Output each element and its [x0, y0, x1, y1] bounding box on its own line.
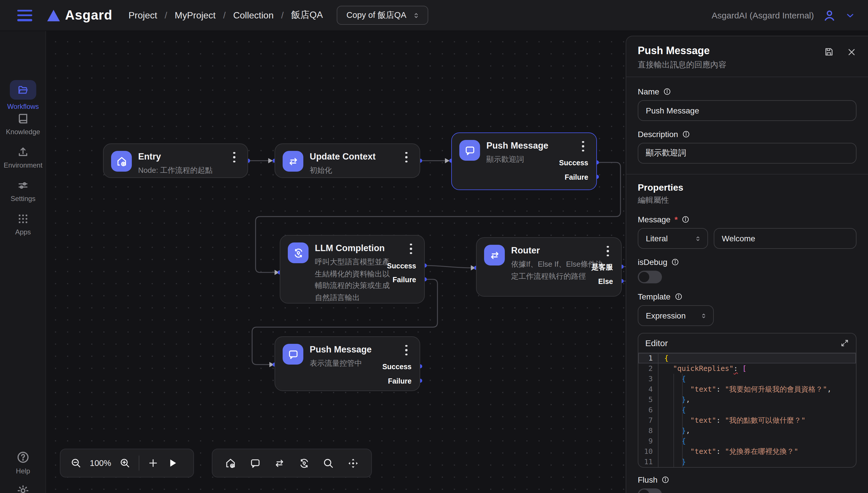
node-subtitle: Node: 工作流程的起點 [138, 165, 213, 176]
port-success[interactable]: Success [382, 363, 411, 371]
palette-fit-view-icon[interactable] [347, 457, 359, 469]
node-subtitle: 顯示歡迎詞 [486, 154, 524, 165]
port-is-customer-service[interactable]: 是客服 [592, 263, 613, 271]
palette-entry-icon[interactable] [225, 457, 237, 469]
add-icon[interactable] [147, 457, 159, 469]
description-label: Description [638, 129, 856, 140]
template-select[interactable]: Expression [638, 305, 714, 326]
isdebug-toggle[interactable] [638, 271, 662, 283]
name-label: Name [638, 86, 856, 97]
llm-bulb-refresh-icon [288, 242, 309, 263]
close-icon[interactable] [847, 47, 856, 57]
palette-push-message-icon[interactable] [249, 457, 261, 469]
code-line: 7 "text": "我的點數可以做什麼？" [638, 415, 856, 426]
message-type-select[interactable]: Literal [638, 228, 708, 249]
user-icon[interactable] [822, 8, 837, 23]
node-update-context[interactable]: Update Context 初始化 [274, 144, 420, 178]
code-line: 5 }, [638, 394, 856, 405]
flush-toggle[interactable] [638, 488, 662, 493]
message-type-value: Literal [646, 234, 668, 243]
workflow-version-select[interactable]: Copy of 飯店QA [337, 6, 428, 25]
node-llm-completion[interactable]: LLM Completion 呼叫大型語言模型並產生結構化的資料輸出以輔助流程的… [280, 235, 425, 303]
info-icon [671, 258, 680, 266]
node-title: Push Message [310, 344, 372, 355]
account-label: AsgardAI (Asgard Internal) [712, 10, 814, 20]
info-icon [682, 215, 690, 223]
sidebar-item-apps[interactable]: Apps [0, 213, 46, 236]
node-menu-icon[interactable] [407, 243, 415, 254]
chat-bubble-icon [283, 344, 303, 365]
node-push-message-bottom[interactable]: Push Message 表示流量控管中 Success Failure [274, 336, 420, 391]
node-push-message-top[interactable]: Push Message 顯示歡迎詞 Success Failure [451, 132, 597, 190]
node-menu-icon[interactable] [402, 345, 410, 355]
panel-subtitle: 直接輸出訊息的回應內容 [638, 59, 727, 70]
name-input[interactable] [638, 100, 856, 121]
code-editor[interactable]: 1{ 2 "quickReplies": [ 3 { 4 "text": "我要… [638, 353, 856, 467]
sidebar-item-settings[interactable]: Settings [0, 179, 46, 203]
sidebar-item-workspace[interactable]: Workspace [0, 484, 46, 493]
sidebar-item-environment[interactable]: Environment [0, 146, 46, 169]
node-title: Entry [138, 151, 161, 162]
properties-title: Properties [638, 183, 856, 194]
node-palette-toolbar [212, 449, 372, 477]
node-menu-icon[interactable] [579, 141, 587, 151]
gear-icon [16, 484, 30, 493]
info-icon [661, 476, 669, 484]
zoom-in-icon[interactable] [119, 457, 131, 469]
code-line: 11 } [638, 457, 856, 467]
palette-swap-icon[interactable] [274, 457, 286, 469]
swap-arrows-icon [283, 151, 303, 172]
code-line: 6 { [638, 405, 856, 415]
code-line: 3 { [638, 374, 856, 384]
breadcrumb: Project / MyProject / Collection / 飯店QA [129, 9, 323, 21]
chevron-down-icon[interactable] [845, 10, 855, 20]
flush-label: Flush [638, 475, 856, 485]
node-description: 依據If、Else If、Else條件決定工作流程執行的路徑 [511, 259, 603, 282]
message-value-input[interactable] [714, 228, 856, 249]
node-menu-icon[interactable] [604, 246, 612, 256]
zoom-level[interactable]: 100% [90, 458, 111, 468]
node-title: LLM Completion [315, 243, 385, 253]
description-input[interactable] [638, 143, 856, 164]
breadcrumb-collection[interactable]: Collection [233, 10, 274, 20]
save-icon[interactable] [824, 47, 834, 57]
menu-icon[interactable] [17, 9, 32, 21]
node-menu-icon[interactable] [402, 152, 410, 163]
sidebar-item-help[interactable]: Help [0, 450, 46, 475]
port-else[interactable]: Else [598, 278, 613, 286]
node-subtitle: 初始化 [310, 165, 332, 176]
sidebar-item-knowledge[interactable]: Knowledge [0, 112, 46, 136]
code-line: 9 { [638, 436, 856, 446]
port-failure[interactable]: Failure [388, 377, 411, 385]
required-asterisk: * [674, 215, 678, 224]
upload-icon [17, 146, 29, 158]
run-workflow-icon[interactable] [167, 457, 178, 469]
node-entry[interactable]: Entry Node: 工作流程的起點 [103, 144, 248, 178]
app-root: Asgard Project / MyProject / Collection … [0, 0, 868, 493]
book-icon [17, 112, 29, 125]
node-subtitle: 表示流量控管中 [310, 358, 362, 369]
expand-icon[interactable] [840, 339, 849, 347]
sidebar-label: Help [16, 467, 30, 475]
palette-llm-icon[interactable] [298, 457, 310, 469]
sidebar-item-workflows[interactable]: Workflows [0, 80, 46, 111]
node-menu-icon[interactable] [230, 152, 238, 163]
breadcrumb-workflow[interactable]: 飯店QA [291, 9, 323, 21]
port-success[interactable]: Success [559, 159, 588, 167]
swap-arrows-icon [484, 245, 505, 265]
code-line: 10 "text": "兌換券在哪裡兌換？" [638, 446, 856, 457]
port-failure[interactable]: Failure [565, 173, 588, 181]
zoom-out-icon[interactable] [70, 457, 82, 469]
port-success[interactable]: Success [387, 262, 416, 270]
workflow-version-label: Copy of 飯店QA [347, 10, 406, 21]
node-router[interactable]: Router 依據If、Else If、Else條件決定工作流程執行的路徑 是客… [476, 237, 622, 297]
node-title: Update Context [310, 151, 376, 162]
breadcrumb-project[interactable]: Project [129, 10, 157, 20]
template-label: Template [638, 292, 856, 302]
info-icon [682, 130, 690, 138]
canvas-zoom-toolbar: 100% [60, 449, 194, 477]
editor-title: Editor [645, 338, 668, 348]
palette-search-icon[interactable] [322, 457, 334, 469]
port-failure[interactable]: Failure [393, 276, 416, 284]
breadcrumb-myproject[interactable]: MyProject [175, 10, 216, 20]
